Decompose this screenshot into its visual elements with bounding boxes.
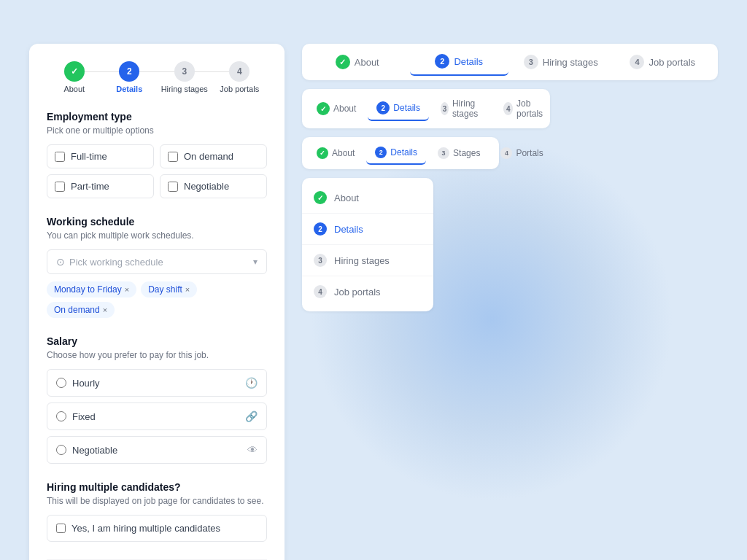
tab-large-hiring-badge: 3 bbox=[524, 55, 538, 69]
vertical-item-hiring[interactable]: 3 Hiring stages bbox=[302, 246, 433, 274]
tag-day-shift-close[interactable]: × bbox=[185, 285, 190, 294]
hiring-subtitle: This will be displayed on job page for c… bbox=[47, 496, 267, 506]
vertical-item-about[interactable]: ✓ About bbox=[302, 184, 433, 211]
tab-med-about-badge: ✓ bbox=[317, 102, 330, 115]
salary-negotiable-left: Negotiable bbox=[56, 445, 117, 456]
stepper: ✓ About 2 Details 3 Hiring stages 4 Job … bbox=[47, 61, 267, 93]
salary-fixed[interactable]: Fixed 🔗 bbox=[47, 402, 267, 430]
hiring-section: Hiring multiple candidates? This will be… bbox=[47, 481, 267, 542]
tab-med-portals-label: Job portals bbox=[516, 98, 546, 119]
employment-type-subtitle: Pick one or multiple options bbox=[47, 125, 267, 136]
tab-sm-portals-badge: 4 bbox=[500, 147, 512, 159]
tag-day-shift-label: Day shift bbox=[148, 284, 182, 295]
vertical-item-details[interactable]: 2 Details bbox=[302, 215, 433, 243]
tab-med-details[interactable]: 2 Details bbox=[368, 96, 429, 121]
tab-sm-about[interactable]: ✓ About bbox=[308, 142, 363, 164]
salary-fixed-radio[interactable] bbox=[56, 411, 66, 421]
salary-hourly[interactable]: Hourly 🕐 bbox=[47, 369, 267, 397]
checkbox-part-time[interactable]: Part-time bbox=[47, 174, 154, 198]
tab-large-portals[interactable]: 4 Job portals bbox=[614, 49, 713, 75]
tab-bar-small: ✓ About 2 Details 3 Stages 4 Portals bbox=[302, 137, 499, 169]
tag-monday-friday: Monday to Friday × bbox=[47, 281, 136, 298]
salary-subtitle: Choose how you prefer to pay for this jo… bbox=[47, 350, 267, 360]
hiring-checkbox-label: Yes, I am hiring multiple candidates bbox=[71, 523, 220, 534]
hiring-title: Hiring multiple candidates? bbox=[47, 481, 267, 493]
step-label-portals: Job portals bbox=[220, 85, 259, 93]
checkbox-negotiable[interactable]: Negotiable bbox=[160, 174, 267, 198]
step-circle-about: ✓ bbox=[64, 61, 85, 82]
vertical-portals-label: Job portals bbox=[334, 287, 381, 298]
tab-sm-portals[interactable]: 4 Portals bbox=[492, 142, 551, 164]
tab-med-about-label: About bbox=[333, 104, 356, 114]
tab-med-about[interactable]: ✓ About bbox=[308, 97, 365, 120]
tab-sm-about-label: About bbox=[332, 148, 355, 158]
checkbox-full-time[interactable]: Full-time bbox=[47, 144, 154, 168]
checkbox-negotiable-input[interactable] bbox=[168, 182, 178, 192]
tab-sm-stages-label: Stages bbox=[453, 148, 480, 158]
vertical-portals-badge: 4 bbox=[314, 285, 327, 298]
vertical-hiring-label: Hiring stages bbox=[334, 255, 390, 266]
vertical-about-badge: ✓ bbox=[314, 191, 327, 204]
employment-type-section: Employment type Pick one or multiple opt… bbox=[47, 111, 267, 198]
tab-sm-stages[interactable]: 3 Stages bbox=[429, 142, 489, 164]
tab-sm-portals-label: Portals bbox=[516, 148, 543, 158]
employment-type-grid: Full-time On demand Part-time Negotiable bbox=[47, 144, 267, 198]
clock-salary-icon: 🕐 bbox=[245, 377, 258, 389]
working-schedule-subtitle: You can pick multiple work schedules. bbox=[47, 230, 267, 241]
step-label-about: About bbox=[63, 85, 85, 93]
tab-large-about-badge: ✓ bbox=[336, 55, 350, 69]
tab-bar-large: ✓ About 2 Details 3 Hiring stages 4 Job … bbox=[302, 44, 718, 80]
step-portals[interactable]: 4 Job portals bbox=[212, 61, 268, 93]
right-panel: ✓ About 2 Details 3 Hiring stages 4 Job … bbox=[302, 44, 718, 560]
step-label-details: Details bbox=[116, 85, 142, 93]
checkbox-on-demand[interactable]: On demand bbox=[160, 144, 267, 168]
tag-on-demand-label: On demand bbox=[54, 305, 100, 315]
schedule-dropdown[interactable]: ⊙ Pick working schedule ▾ bbox=[47, 249, 267, 274]
vertical-list: ✓ About 2 Details 3 Hiring stages 4 Job … bbox=[302, 178, 433, 311]
tab-large-about[interactable]: ✓ About bbox=[308, 49, 407, 75]
tab-med-portals[interactable]: 4 Job portals bbox=[495, 93, 555, 124]
tag-monday-friday-close[interactable]: × bbox=[125, 285, 129, 294]
tab-sm-details[interactable]: 2 Details bbox=[366, 141, 426, 165]
working-schedule-title: Working schedule bbox=[47, 216, 267, 228]
tab-med-hiring[interactable]: 3 Hiring stages bbox=[432, 93, 492, 124]
step-details[interactable]: 2 Details bbox=[102, 61, 158, 93]
tab-large-details[interactable]: 2 Details bbox=[410, 48, 509, 76]
checkbox-full-time-input[interactable] bbox=[55, 152, 65, 162]
tab-sm-stages-badge: 3 bbox=[438, 147, 449, 159]
vertical-item-portals[interactable]: 4 Job portals bbox=[302, 278, 433, 306]
salary-title: Salary bbox=[47, 335, 267, 347]
tag-on-demand-close[interactable]: × bbox=[103, 306, 107, 314]
salary-fixed-left: Fixed bbox=[56, 411, 96, 422]
tab-sm-about-badge: ✓ bbox=[317, 147, 328, 159]
chevron-down-icon: ▾ bbox=[253, 257, 258, 267]
tab-med-portals-badge: 4 bbox=[503, 102, 513, 115]
salary-negotiable-radio[interactable] bbox=[56, 445, 66, 455]
tab-large-portals-label: Job portals bbox=[649, 57, 695, 68]
checkbox-on-demand-input[interactable] bbox=[168, 152, 178, 162]
step-hiring[interactable]: 3 Hiring stages bbox=[157, 61, 212, 93]
step-about[interactable]: ✓ About bbox=[47, 61, 102, 93]
salary-section: Salary Choose how you prefer to pay for … bbox=[47, 335, 267, 464]
salary-negotiable[interactable]: Negotiable 👁 bbox=[47, 436, 267, 464]
clock-icon: ⊙ bbox=[56, 256, 65, 268]
tag-day-shift: Day shift × bbox=[141, 281, 197, 298]
checkbox-part-time-input[interactable] bbox=[55, 182, 65, 192]
checkbox-negotiable-label: Negotiable bbox=[184, 181, 229, 192]
working-schedule-section: Working schedule You can pick multiple w… bbox=[47, 216, 267, 318]
tab-large-hiring[interactable]: 3 Hiring stages bbox=[511, 49, 611, 75]
vertical-about-label: About bbox=[334, 192, 359, 203]
hiring-checkbox-input[interactable] bbox=[56, 524, 66, 533]
hiring-checkbox-row[interactable]: Yes, I am hiring multiple candidates bbox=[47, 515, 267, 542]
tab-bar-medium: ✓ About 2 Details 3 Hiring stages 4 Job … bbox=[302, 89, 550, 128]
link-salary-icon: 🔗 bbox=[245, 411, 258, 422]
tab-large-about-label: About bbox=[355, 57, 379, 68]
tag-on-demand: On demand × bbox=[47, 302, 115, 318]
salary-hourly-radio[interactable] bbox=[56, 378, 66, 388]
step-label-hiring: Hiring stages bbox=[161, 85, 208, 93]
checkbox-part-time-label: Part-time bbox=[71, 181, 109, 192]
tab-large-details-label: Details bbox=[454, 56, 483, 67]
salary-hourly-left: Hourly bbox=[56, 378, 100, 389]
step-circle-details: 2 bbox=[119, 61, 139, 82]
schedule-tags-row: Monday to Friday × Day shift × On demand… bbox=[47, 281, 267, 318]
